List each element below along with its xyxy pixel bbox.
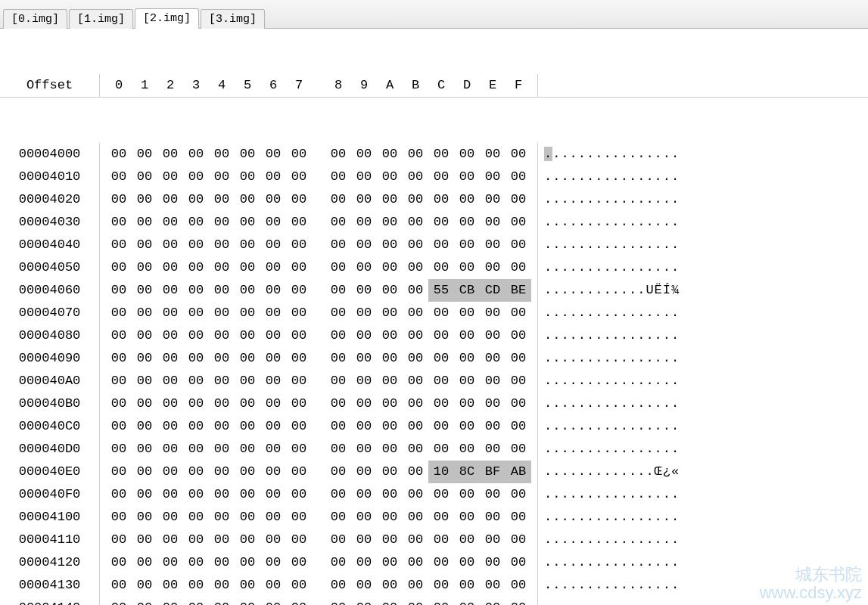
- hex-byte[interactable]: 00: [506, 256, 531, 279]
- hex-byte[interactable]: 00: [235, 551, 260, 574]
- hex-byte[interactable]: 00: [351, 256, 377, 279]
- hex-byte[interactable]: 00: [403, 392, 428, 415]
- hex-byte[interactable]: 00: [403, 483, 428, 506]
- hex-byte[interactable]: 00: [286, 324, 312, 347]
- hex-byte[interactable]: 10: [428, 461, 454, 483]
- hex-byte[interactable]: 00: [132, 370, 157, 392]
- hex-byte[interactable]: CB: [454, 279, 480, 302]
- hex-byte[interactable]: 00: [351, 211, 377, 234]
- hex-byte[interactable]: 00: [209, 597, 235, 605]
- hex-byte[interactable]: 00: [428, 597, 454, 605]
- ascii-cell[interactable]: ................: [538, 166, 686, 188]
- hex-byte[interactable]: 00: [325, 234, 351, 256]
- hex-byte[interactable]: 00: [106, 166, 132, 188]
- hex-byte[interactable]: 00: [480, 324, 506, 347]
- hex-byte[interactable]: 00: [454, 483, 480, 506]
- hex-byte[interactable]: 00: [403, 415, 428, 438]
- hex-byte[interactable]: 00: [157, 370, 183, 392]
- hex-byte[interactable]: 00: [480, 574, 506, 597]
- hex-byte[interactable]: 00: [157, 415, 183, 438]
- hex-byte[interactable]: 00: [157, 166, 183, 188]
- hex-byte[interactable]: 00: [157, 324, 183, 347]
- hex-byte[interactable]: 00: [132, 506, 157, 529]
- hex-byte[interactable]: 00: [132, 529, 157, 551]
- hex-byte[interactable]: 00: [428, 211, 454, 234]
- ascii-cell[interactable]: ................: [538, 347, 686, 370]
- hex-byte[interactable]: 00: [377, 461, 403, 483]
- hex-byte[interactable]: 8C: [454, 461, 480, 483]
- hex-byte[interactable]: 00: [403, 256, 428, 279]
- hex-byte[interactable]: 00: [157, 347, 183, 370]
- hex-row[interactable]: 0000404000000000000000000000000000000000…: [0, 234, 868, 256]
- hex-byte[interactable]: 00: [506, 302, 531, 324]
- hex-byte[interactable]: 00: [506, 234, 531, 256]
- hex-row[interactable]: 0000410000000000000000000000000000000000…: [0, 506, 868, 529]
- hex-byte[interactable]: 00: [480, 506, 506, 529]
- hex-byte[interactable]: 00: [506, 324, 531, 347]
- hex-byte[interactable]: 00: [157, 597, 183, 605]
- hex-byte[interactable]: 00: [325, 324, 351, 347]
- hex-row[interactable]: 000040E0000000000000000000000000108CBFAB…: [0, 461, 868, 483]
- hex-byte[interactable]: CD: [480, 279, 506, 302]
- ascii-cell[interactable]: ................: [538, 506, 686, 529]
- hex-byte[interactable]: 00: [351, 166, 377, 188]
- hex-byte[interactable]: 00: [286, 188, 312, 211]
- ascii-cell[interactable]: ................: [538, 438, 686, 461]
- hex-byte[interactable]: 00: [454, 234, 480, 256]
- hex-row[interactable]: 000040F000000000000000000000000000000000…: [0, 483, 868, 506]
- hex-byte[interactable]: 00: [106, 506, 132, 529]
- hex-bytes[interactable]: 00000000000000000000000000000000: [100, 324, 538, 347]
- hex-byte[interactable]: 00: [428, 506, 454, 529]
- hex-byte[interactable]: 00: [132, 551, 157, 574]
- hex-byte[interactable]: 00: [183, 392, 209, 415]
- hex-byte[interactable]: 00: [235, 483, 260, 506]
- hex-byte[interactable]: 00: [506, 551, 531, 574]
- hex-byte[interactable]: 00: [325, 597, 351, 605]
- hex-byte[interactable]: 00: [260, 506, 286, 529]
- hex-byte[interactable]: 00: [428, 392, 454, 415]
- hex-byte[interactable]: 00: [209, 370, 235, 392]
- hex-body[interactable]: 0000400000000000000000000000000000000000…: [0, 143, 868, 605]
- hex-byte[interactable]: 00: [132, 211, 157, 234]
- hex-byte[interactable]: 00: [209, 551, 235, 574]
- hex-byte[interactable]: 00: [157, 529, 183, 551]
- hex-byte[interactable]: 00: [325, 415, 351, 438]
- hex-byte[interactable]: 00: [403, 234, 428, 256]
- hex-byte[interactable]: 00: [403, 302, 428, 324]
- hex-byte[interactable]: 00: [325, 551, 351, 574]
- hex-byte[interactable]: 00: [325, 143, 351, 166]
- hex-byte[interactable]: 00: [325, 211, 351, 234]
- hex-byte[interactable]: 00: [351, 461, 377, 483]
- hex-byte[interactable]: 00: [428, 483, 454, 506]
- ascii-cell[interactable]: ................: [538, 574, 686, 597]
- hex-byte[interactable]: 00: [480, 551, 506, 574]
- hex-byte[interactable]: 00: [403, 438, 428, 461]
- hex-byte[interactable]: 00: [132, 302, 157, 324]
- hex-byte[interactable]: 00: [157, 234, 183, 256]
- ascii-cell[interactable]: ................: [538, 188, 686, 211]
- hex-byte[interactable]: 00: [377, 143, 403, 166]
- hex-byte[interactable]: 00: [428, 234, 454, 256]
- hex-byte[interactable]: 00: [106, 188, 132, 211]
- hex-byte[interactable]: 00: [428, 415, 454, 438]
- hex-byte[interactable]: 00: [428, 302, 454, 324]
- hex-byte[interactable]: 00: [106, 256, 132, 279]
- hex-byte[interactable]: 00: [183, 279, 209, 302]
- hex-byte[interactable]: 00: [157, 461, 183, 483]
- hex-byte[interactable]: 00: [106, 392, 132, 415]
- hex-byte[interactable]: 00: [428, 324, 454, 347]
- hex-byte[interactable]: 00: [260, 302, 286, 324]
- hex-bytes[interactable]: 00000000000000000000000000000000: [100, 597, 538, 605]
- hex-byte[interactable]: 00: [351, 188, 377, 211]
- hex-byte[interactable]: 00: [377, 211, 403, 234]
- hex-row[interactable]: 0000401000000000000000000000000000000000…: [0, 166, 868, 188]
- hex-byte[interactable]: 00: [235, 324, 260, 347]
- hex-byte[interactable]: 00: [506, 211, 531, 234]
- hex-byte[interactable]: 00: [403, 347, 428, 370]
- hex-bytes[interactable]: 00000000000000000000000000000000: [100, 256, 538, 279]
- hex-byte[interactable]: 00: [377, 392, 403, 415]
- hex-bytes[interactable]: 00000000000000000000000000000000: [100, 234, 538, 256]
- hex-byte[interactable]: 00: [183, 551, 209, 574]
- hex-byte[interactable]: 00: [183, 166, 209, 188]
- hex-byte[interactable]: 00: [351, 438, 377, 461]
